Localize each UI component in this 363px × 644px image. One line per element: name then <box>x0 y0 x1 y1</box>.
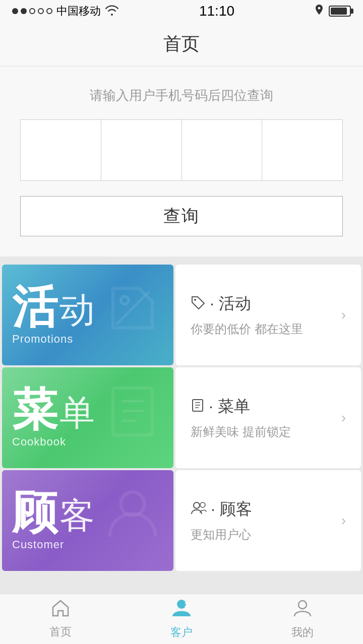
menu-row-promotions: 活 动 Promotions <box>0 265 363 365</box>
promotions-chevron-icon: › <box>341 307 346 323</box>
location-icon <box>315 5 324 18</box>
pin-input-group <box>20 119 343 181</box>
customer-english: Customer <box>12 538 95 551</box>
customer-info-content: · 顾客 更知用户心 <box>191 498 331 543</box>
menu-row-cookbook: 菜 单 Cookbook <box>0 367 363 468</box>
promotions-info-sub: 你要的低价 都在这里 <box>191 321 331 337</box>
customer-chinese: 顾 客 <box>12 490 95 535</box>
nav-label-customer: 客户 <box>170 625 193 640</box>
nav-item-customer[interactable]: 客户 <box>170 598 193 640</box>
bottom-nav: 首页 客户 我的 <box>0 594 363 644</box>
main-content: 请输入用户手机号码后四位查询 查询 活 动 Promotions <box>0 67 363 594</box>
nav-label-mine: 我的 <box>291 625 314 640</box>
cookbook-info-content: · 菜单 新鲜美味 提前锁定 <box>191 396 331 440</box>
mine-icon <box>293 598 312 622</box>
query-button[interactable]: 查询 <box>20 196 343 236</box>
nav-item-home[interactable]: 首页 <box>49 599 72 639</box>
svg-point-13 <box>200 502 205 507</box>
carrier-text: 中国移动 <box>56 4 101 19</box>
promotions-english: Promotions <box>12 333 95 346</box>
pin-box-1[interactable] <box>21 120 101 180</box>
cookbook-info-sub: 新鲜美味 提前锁定 <box>191 424 331 440</box>
page-title: 首页 <box>163 32 200 56</box>
svg-point-2 <box>194 299 196 301</box>
customer-image-card[interactable]: 顾 客 Customer <box>2 470 173 571</box>
svg-point-18 <box>298 601 307 609</box>
customer-bg-icon <box>100 481 165 560</box>
promotions-info-title: · 活动 <box>191 293 331 315</box>
promotions-image-card[interactable]: 活 动 Promotions <box>2 265 173 365</box>
cookbook-info-card[interactable]: · 菜单 新鲜美味 提前锁定 › <box>175 367 361 468</box>
status-right <box>315 5 351 18</box>
svg-point-14 <box>177 600 186 609</box>
nav-item-mine[interactable]: 我的 <box>291 598 314 640</box>
pin-box-3[interactable] <box>182 120 263 180</box>
battery-icon <box>329 6 351 17</box>
home-icon <box>51 599 70 621</box>
promotions-info-card[interactable]: · 活动 你要的低价 都在这里 › <box>175 265 361 365</box>
cookbook-english: Cookbook <box>12 435 95 448</box>
menu-grid: 活 动 Promotions <box>0 256 363 594</box>
signal-icon <box>12 8 52 14</box>
promotions-card-text: 活 动 Promotions <box>12 284 95 346</box>
status-left: 中国移动 <box>12 4 119 19</box>
status-time: 11:10 <box>199 3 234 19</box>
nav-label-home: 首页 <box>49 624 72 639</box>
cookbook-book-icon <box>191 398 205 416</box>
cookbook-image-card[interactable]: 菜 单 Cookbook <box>2 367 173 468</box>
search-label: 请输入用户手机号码后四位查询 <box>20 87 343 104</box>
customer-nav-icon <box>170 598 193 622</box>
menu-row-customer: 顾 客 Customer <box>0 470 363 571</box>
search-section: 请输入用户手机号码后四位查询 查询 <box>0 67 363 256</box>
pin-box-2[interactable] <box>101 120 182 180</box>
svg-point-0 <box>121 296 129 304</box>
promotions-tag-icon <box>191 295 206 313</box>
customer-people-icon <box>191 500 207 519</box>
promotions-info-content: · 活动 你要的低价 都在这里 <box>191 293 331 337</box>
cookbook-chinese: 菜 单 <box>12 387 95 432</box>
svg-point-12 <box>194 502 200 508</box>
pin-box-4[interactable] <box>262 120 342 180</box>
cookbook-chevron-icon: › <box>341 410 346 426</box>
customer-info-card[interactable]: · 顾客 更知用户心 › <box>175 470 361 571</box>
cookbook-card-text: 菜 单 Cookbook <box>12 387 95 448</box>
cookbook-bg-icon <box>100 378 165 458</box>
customer-chevron-icon: › <box>341 512 346 529</box>
page-header: 首页 <box>0 22 363 67</box>
cookbook-info-title: · 菜单 <box>191 396 331 418</box>
promotions-bg-icon <box>100 276 165 355</box>
promotions-chinese: 活 动 <box>12 284 95 330</box>
wifi-icon <box>105 5 119 18</box>
customer-info-title: · 顾客 <box>191 498 331 521</box>
customer-card-text: 顾 客 Customer <box>12 490 95 551</box>
status-bar: 中国移动 11:10 <box>0 0 363 22</box>
customer-info-sub: 更知用户心 <box>191 527 331 543</box>
